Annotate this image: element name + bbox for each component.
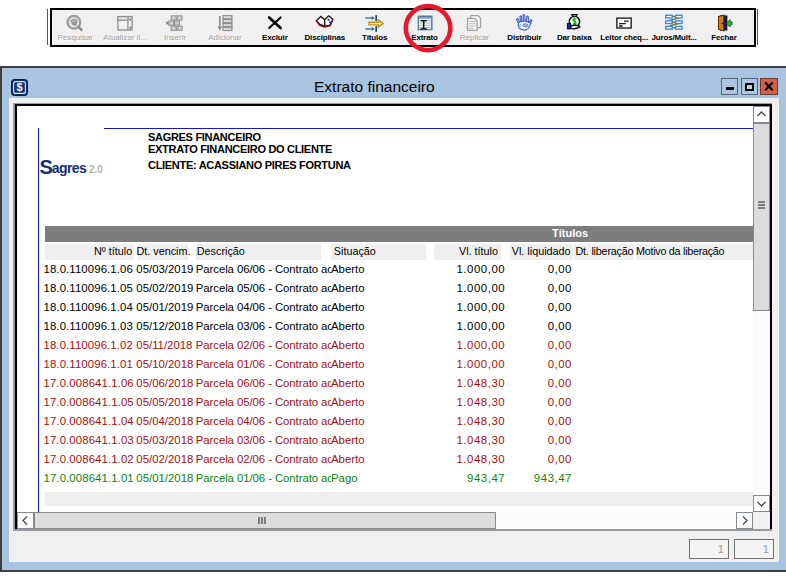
svg-text:$: $ bbox=[16, 81, 22, 93]
